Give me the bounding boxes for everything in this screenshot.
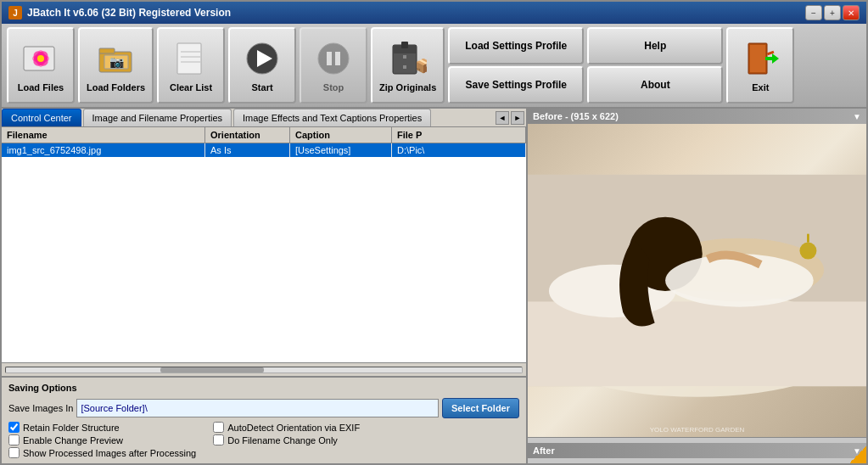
close-button[interactable]: ✕ xyxy=(843,5,860,20)
svg-point-18 xyxy=(318,43,349,74)
load-files-button[interactable]: Load Files xyxy=(7,27,75,104)
settings-group: Load Settings Profile Save Settings Prof… xyxy=(448,27,584,104)
help-button[interactable]: Help xyxy=(587,27,723,64)
svg-rect-35 xyxy=(528,301,866,386)
zip-originals-button[interactable]: 📦 Zip Originals xyxy=(371,27,445,104)
checkboxes-left: Retain Folder Structure Enable Change Pr… xyxy=(8,422,196,458)
minimize-button[interactable]: − xyxy=(805,5,822,20)
preview-before-dropdown[interactable]: ▼ xyxy=(853,112,861,121)
tab-image-filename[interactable]: Image and Filename Properties xyxy=(83,109,232,126)
hscroll[interactable] xyxy=(2,362,526,376)
save-settings-button[interactable]: Save Settings Profile xyxy=(448,66,584,104)
svg-point-7 xyxy=(37,55,44,62)
cell-filepath: D:\Pic\ xyxy=(392,143,526,157)
svg-text:J: J xyxy=(13,8,18,18)
stop-icon xyxy=(313,38,354,79)
checkbox-retain-folder-label: Retain Folder Structure xyxy=(23,423,120,433)
title-bar: J JBatch It v6.06 (32 Bit) Registered Ve… xyxy=(2,2,866,24)
clear-list-icon xyxy=(171,38,211,79)
preview-before-label: Before - (915 x 622) xyxy=(533,111,619,121)
svg-rect-20 xyxy=(335,52,340,65)
svg-rect-9 xyxy=(99,48,115,53)
svg-rect-25 xyxy=(403,60,406,64)
col-header-orientation: Orientation xyxy=(205,127,290,143)
svg-rect-24 xyxy=(403,55,406,59)
exit-button[interactable]: Exit xyxy=(726,27,794,104)
svg-rect-29 xyxy=(750,45,765,72)
hscroll-track[interactable] xyxy=(5,367,523,373)
load-files-icon xyxy=(20,38,61,79)
about-button[interactable]: About xyxy=(587,66,723,104)
help-about-group: Help About xyxy=(587,27,723,104)
tabs-bar: Control Center Image and Filename Proper… xyxy=(2,109,526,127)
hscroll-thumb[interactable] xyxy=(160,367,264,373)
clear-list-label: Clear List xyxy=(170,82,212,92)
checkbox-enable-preview: Enable Change Preview xyxy=(8,434,196,445)
checkbox-autodetect-label: AutoDetect Orientation via EXIF xyxy=(227,423,360,433)
checkbox-show-processed: Show Processed Images after Processing xyxy=(8,447,196,458)
load-settings-button[interactable]: Load Settings Profile xyxy=(448,27,584,64)
save-path-input[interactable] xyxy=(76,399,438,417)
toolbar: Load Files 📷 Load Folders xyxy=(2,24,866,109)
app-icon: J xyxy=(8,6,22,20)
tab-next-button[interactable]: ► xyxy=(511,111,524,125)
maximize-button[interactable]: + xyxy=(824,5,841,20)
cell-filename: img1_src_6752498.jpg xyxy=(2,143,205,157)
load-folders-icon: 📷 xyxy=(96,38,137,79)
svg-point-40 xyxy=(799,243,816,260)
svg-rect-23 xyxy=(401,42,408,48)
table-row[interactable]: img1_src_6752498.jpg As Is [UseSettings]… xyxy=(2,143,526,157)
save-images-label: Save Images In xyxy=(8,403,73,413)
checkbox-autodetect-input[interactable] xyxy=(213,422,224,433)
checkbox-enable-preview-label: Enable Change Preview xyxy=(23,435,123,445)
app-title: JBatch It v6.06 (32 Bit) Registered Vers… xyxy=(27,7,231,19)
tab-prev-button[interactable]: ◄ xyxy=(496,111,509,125)
checkbox-enable-preview-input[interactable] xyxy=(8,434,20,445)
load-folders-button[interactable]: 📷 Load Folders xyxy=(78,27,154,104)
load-folders-label: Load Folders xyxy=(87,82,145,92)
checkbox-filename-change-label: Do Filename Change Only xyxy=(227,435,338,445)
checkbox-filename-change: Do Filename Change Only xyxy=(213,434,360,445)
checkbox-show-processed-input[interactable] xyxy=(8,447,20,458)
checkboxes-row: Retain Folder Structure Enable Change Pr… xyxy=(8,422,519,458)
watermark-text: YOLO WATERFORD GARDEN xyxy=(528,426,866,434)
start-label: Start xyxy=(252,82,273,92)
preview-after: After ▼ xyxy=(528,438,866,463)
col-header-caption: Caption xyxy=(290,127,392,143)
save-images-row: Save Images In Select Folder xyxy=(8,398,519,418)
preview-after-label: After xyxy=(533,445,555,456)
svg-point-39 xyxy=(665,254,814,306)
checkbox-show-processed-label: Show Processed Images after Processing xyxy=(23,448,196,458)
svg-rect-26 xyxy=(403,65,406,69)
cell-caption: [UseSettings] xyxy=(290,143,392,157)
preview-before-header: Before - (915 x 622) ▼ xyxy=(528,109,866,124)
stop-button[interactable]: Stop xyxy=(300,27,367,104)
cell-orientation: As Is xyxy=(205,143,290,157)
left-panel: Control Center Image and Filename Proper… xyxy=(2,109,528,463)
zip-originals-label: Zip Originals xyxy=(379,82,436,92)
checkbox-retain-folder-input[interactable] xyxy=(8,422,20,433)
file-list-header: Filename Orientation Caption File P xyxy=(2,127,526,143)
checkbox-filename-change-input[interactable] xyxy=(213,434,224,445)
start-button[interactable]: Start xyxy=(228,27,296,104)
tab-control-center[interactable]: Control Center xyxy=(2,109,81,126)
title-bar-left: J JBatch It v6.06 (32 Bit) Registered Ve… xyxy=(8,6,231,20)
saving-options-title: Saving Options xyxy=(8,383,519,393)
zip-originals-icon: 📦 xyxy=(388,38,428,79)
file-list-body[interactable]: img1_src_6752498.jpg As Is [UseSettings]… xyxy=(2,143,526,362)
checkbox-autodetect: AutoDetect Orientation via EXIF xyxy=(213,422,360,433)
col-header-filepath: File P xyxy=(392,127,526,143)
col-header-filename: Filename xyxy=(2,127,205,143)
preview-after-header: After ▼ xyxy=(528,443,866,458)
right-panel: Before - (915 x 622) ▼ xyxy=(528,109,866,463)
stop-label: Stop xyxy=(323,82,344,92)
clear-list-button[interactable]: Clear List xyxy=(157,27,225,104)
start-icon xyxy=(242,38,283,79)
svg-rect-19 xyxy=(327,52,332,65)
select-folder-button[interactable]: Select Folder xyxy=(442,398,519,418)
main-content: Control Center Image and Filename Proper… xyxy=(2,109,866,463)
tab-image-effects[interactable]: Image Effects and Text Captions Properti… xyxy=(233,109,431,126)
load-files-label: Load Files xyxy=(18,82,64,92)
checkboxes-right: AutoDetect Orientation via EXIF Do Filen… xyxy=(213,422,360,458)
preview-before-image: YOLO WATERFORD GARDEN xyxy=(528,124,866,437)
